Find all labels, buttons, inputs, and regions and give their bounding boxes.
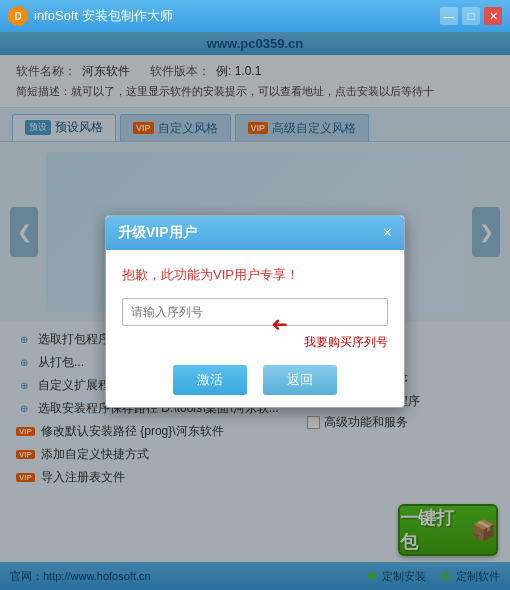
return-button[interactable]: 返回 xyxy=(263,365,337,395)
activate-button[interactable]: 激活 xyxy=(173,365,247,395)
app-icon: D xyxy=(8,6,28,26)
dialog-message: 抱歉，此功能为VIP用户专享！ xyxy=(122,266,388,284)
title-bar-left: D infoSoft 安装包制作大师 xyxy=(8,6,173,26)
dialog-body: 抱歉，此功能为VIP用户专享！ 我要购买序列号 ➜ 激活 返回 xyxy=(106,250,404,407)
app-title: infoSoft 安装包制作大师 xyxy=(34,7,173,25)
close-button[interactable]: ✕ xyxy=(484,7,502,25)
dialog-overlay: 升级VIP用户 × 抱歉，此功能为VIP用户专享！ 我要购买序列号 ➜ 激活 返… xyxy=(0,32,510,590)
dialog-close-button[interactable]: × xyxy=(383,225,392,241)
title-bar-controls: — □ ✕ xyxy=(440,7,502,25)
dialog-header: 升级VIP用户 × xyxy=(106,216,404,250)
vip-dialog: 升级VIP用户 × 抱歉，此功能为VIP用户专享！ 我要购买序列号 ➜ 激活 返… xyxy=(105,215,405,408)
dialog-title: 升级VIP用户 xyxy=(118,224,197,242)
serial-input[interactable] xyxy=(122,298,388,326)
red-arrow-indicator: ➜ xyxy=(271,312,288,336)
title-bar: D infoSoft 安装包制作大师 — □ ✕ xyxy=(0,0,510,32)
dialog-buttons: 激活 返回 xyxy=(122,365,388,395)
main-container: www.pc0359.cn 软件名称： 河东软件 软件版本： 例: 1.0.1 … xyxy=(0,32,510,590)
minimize-button[interactable]: — xyxy=(440,7,458,25)
maximize-button[interactable]: □ xyxy=(462,7,480,25)
buy-link[interactable]: 我要购买序列号 xyxy=(122,334,388,351)
